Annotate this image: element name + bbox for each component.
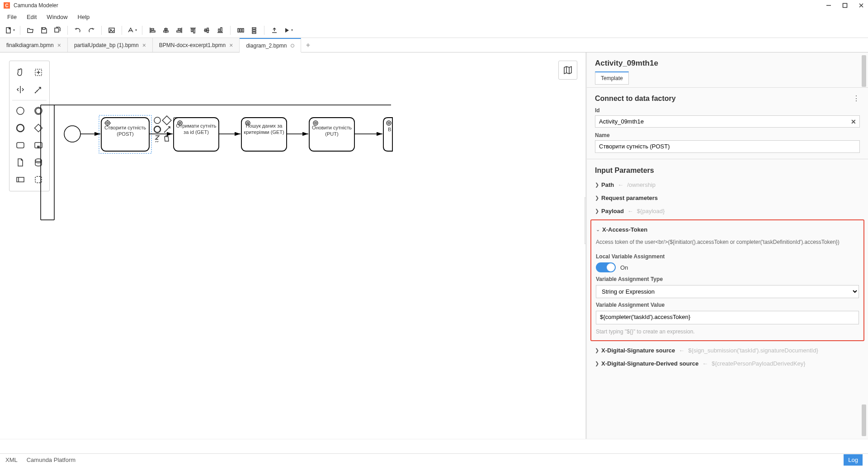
chevron-down-icon: ⌄ bbox=[596, 227, 602, 233]
task-label: Отримати сутніть за id (GET) bbox=[175, 123, 217, 136]
undo-button[interactable] bbox=[72, 25, 83, 36]
param-x-digital-signature-derived[interactable]: ❯ X-Digital-Signature-Derived source ← $… bbox=[587, 357, 868, 370]
toolbar-separator bbox=[230, 26, 231, 35]
section-menu-button[interactable]: ⋮ bbox=[853, 94, 860, 103]
svg-rect-10 bbox=[151, 31, 155, 32]
color-button[interactable]: ▾ bbox=[127, 25, 137, 36]
param-request-parameters[interactable]: ❯ Request parameters bbox=[587, 191, 868, 204]
param-value: ${createPersonPayloadDerivedKey} bbox=[712, 360, 805, 367]
field-label: Variable Assignment Value bbox=[596, 302, 859, 308]
menu-edit[interactable]: Edit bbox=[22, 12, 41, 22]
param-name: X-Access-Token bbox=[602, 226, 647, 233]
properties-panel: Activity_09mth1e Template Connect to dat… bbox=[585, 52, 868, 439]
file-tab[interactable]: finalkdiagram.bpmn× bbox=[0, 38, 68, 52]
menu-file[interactable]: File bbox=[3, 12, 21, 22]
svg-point-66 bbox=[154, 126, 160, 133]
toolbar-separator bbox=[264, 26, 264, 35]
field-label: Name bbox=[595, 132, 860, 138]
chevron-right-icon: ❯ bbox=[595, 347, 601, 353]
param-name: Payload bbox=[601, 208, 624, 214]
file-tab-active[interactable]: diagram_2.bpmn bbox=[240, 38, 301, 52]
distribute-h-button[interactable] bbox=[235, 25, 246, 36]
app-icon: C bbox=[4, 2, 10, 9]
chevron-right-icon: ❯ bbox=[595, 208, 601, 214]
dirty-indicator bbox=[291, 44, 294, 48]
status-platform[interactable]: Camunda Platform bbox=[27, 456, 75, 463]
svg-rect-16 bbox=[177, 31, 181, 32]
add-tab-button[interactable]: + bbox=[301, 38, 316, 52]
toolbar-separator bbox=[20, 26, 20, 35]
deploy-button[interactable] bbox=[269, 25, 280, 36]
param-value: ${sign_submission('taskId').signatureDoc… bbox=[688, 347, 818, 354]
open-button[interactable] bbox=[25, 25, 36, 36]
param-name: Request parameters bbox=[601, 195, 658, 201]
distribute-v-button[interactable] bbox=[249, 25, 259, 36]
id-input[interactable] bbox=[595, 115, 860, 128]
image-button[interactable] bbox=[106, 25, 117, 36]
svg-rect-29 bbox=[252, 28, 256, 29]
redo-button[interactable] bbox=[86, 25, 97, 36]
align-center-v-button[interactable] bbox=[201, 25, 212, 36]
svg-rect-25 bbox=[221, 28, 222, 32]
window-maximize-button[interactable] bbox=[842, 2, 848, 9]
toolbar-separator bbox=[67, 26, 68, 35]
input-parameters-header: Input Parameters bbox=[587, 159, 868, 178]
param-path[interactable]: ❯ Path ← /ownership bbox=[587, 178, 868, 191]
start-button[interactable]: ▾ bbox=[283, 25, 293, 36]
task-label: Створити сутність (POST) bbox=[103, 125, 147, 138]
field-label: Variable Assignment Type bbox=[596, 276, 859, 282]
svg-point-67 bbox=[165, 132, 165, 133]
svg-rect-24 bbox=[218, 29, 220, 32]
param-value: /ownership bbox=[627, 181, 656, 188]
align-bottom-button[interactable] bbox=[215, 25, 226, 36]
tab-label: finalkdiagram.bpmn bbox=[6, 42, 54, 48]
align-right-button[interactable] bbox=[174, 25, 185, 36]
local-variable-toggle[interactable] bbox=[596, 262, 616, 272]
name-input[interactable]: Створити сутність (POST) bbox=[595, 140, 860, 153]
close-icon[interactable]: × bbox=[142, 42, 146, 49]
window-close-button[interactable] bbox=[858, 2, 864, 9]
svg-rect-15 bbox=[178, 29, 181, 30]
close-icon[interactable]: × bbox=[229, 42, 233, 49]
svg-rect-30 bbox=[252, 30, 256, 31]
clear-icon[interactable]: ✕ bbox=[851, 118, 856, 125]
chevron-right-icon: ❯ bbox=[595, 195, 601, 201]
align-top-button[interactable] bbox=[188, 25, 198, 36]
app-title: Camunda Modeler bbox=[14, 2, 826, 9]
menu-help[interactable]: Help bbox=[73, 12, 94, 22]
param-payload[interactable]: ❯ Payload ← ${payload} bbox=[587, 204, 868, 218]
window-minimize-button[interactable] bbox=[826, 2, 832, 9]
param-value: ${payload} bbox=[637, 208, 665, 214]
close-icon[interactable]: × bbox=[57, 42, 61, 49]
param-x-digital-signature[interactable]: ❯ X-Digital-Signature source ← ${sign_su… bbox=[587, 344, 868, 357]
svg-rect-26 bbox=[238, 29, 239, 32]
svg-rect-28 bbox=[242, 29, 244, 32]
svg-rect-9 bbox=[151, 29, 154, 30]
new-file-button[interactable]: ▾ bbox=[5, 25, 15, 36]
svg-point-57 bbox=[64, 126, 80, 142]
variable-type-select[interactable]: String or Expression bbox=[596, 285, 859, 298]
file-tab[interactable]: partialUpdate_bp (1).bpmn× bbox=[68, 38, 153, 52]
menu-window[interactable]: Window bbox=[42, 12, 72, 22]
tab-template[interactable]: Template bbox=[595, 71, 629, 85]
align-left-button[interactable] bbox=[147, 25, 158, 36]
log-button[interactable]: Log bbox=[844, 454, 863, 466]
arrow-icon: ← bbox=[702, 360, 708, 367]
scrollbar[interactable] bbox=[861, 52, 867, 439]
svg-rect-31 bbox=[252, 32, 256, 33]
svg-rect-27 bbox=[240, 29, 241, 32]
tab-label: BPMN-docx-excerpt1.bpmn bbox=[159, 42, 226, 48]
param-name: Path bbox=[601, 181, 614, 188]
param-name: X-Digital-Signature source bbox=[601, 347, 675, 354]
chevron-right-icon: ❯ bbox=[595, 182, 601, 188]
task-label: В bbox=[388, 127, 392, 132]
variable-value-input[interactable]: ${completer('taskId').accessToken} bbox=[596, 311, 859, 324]
file-tab[interactable]: BPMN-docx-excerpt1.bpmn× bbox=[153, 38, 240, 52]
section-title: Connect to data factory bbox=[595, 95, 676, 103]
save-button[interactable] bbox=[38, 25, 49, 36]
align-center-h-button[interactable] bbox=[160, 25, 171, 36]
status-xml[interactable]: XML bbox=[5, 456, 18, 463]
param-x-access-token[interactable]: ⌄ X-Access-Token bbox=[596, 223, 859, 236]
bpmn-canvas[interactable]: Створити сутність (POST) bbox=[0, 52, 585, 439]
save-all-button[interactable] bbox=[52, 25, 63, 36]
